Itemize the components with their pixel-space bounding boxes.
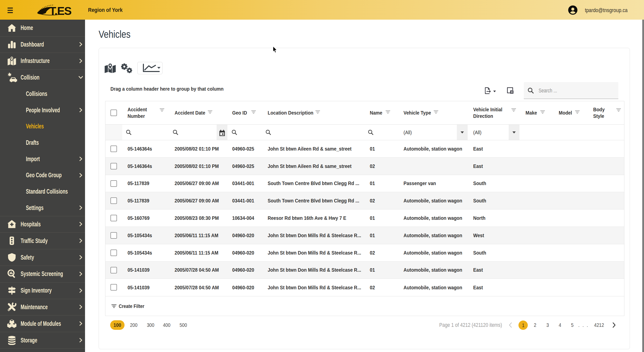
svg-text:T.ES: T.ES bbox=[49, 5, 71, 16]
